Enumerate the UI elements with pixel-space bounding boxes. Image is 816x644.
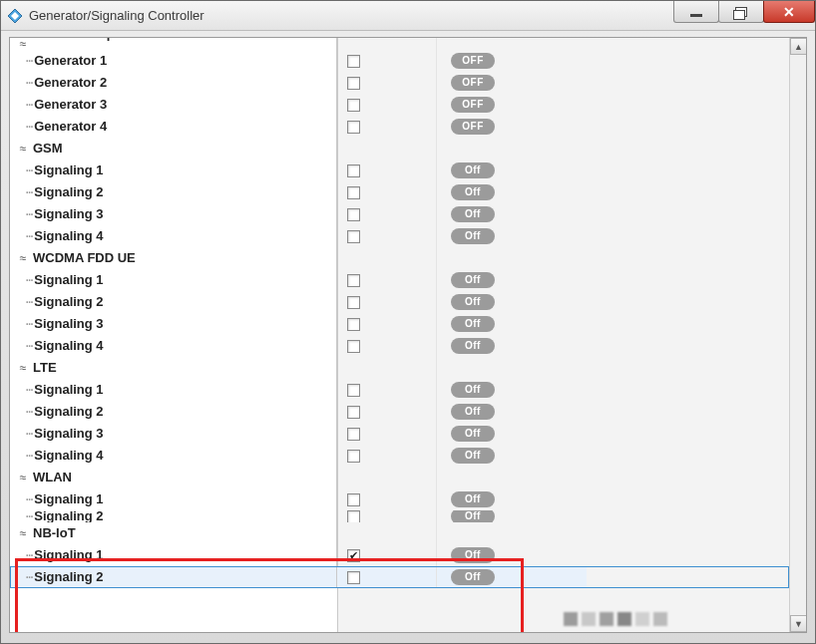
item-label: Signaling 1 [34, 269, 103, 291]
item-label: Signaling 2 [34, 401, 103, 423]
tree-item[interactable]: ⋯Generator 3OFF [10, 94, 789, 116]
wave-icon: ≈ [16, 39, 30, 49]
obscured-content [564, 612, 671, 626]
tree-item[interactable]: ⋯Signaling 4Off [10, 335, 789, 357]
status-pill[interactable]: Off [451, 448, 495, 464]
status-pill[interactable]: Off [451, 510, 495, 522]
tree-connector-icon: ⋯ [26, 510, 32, 522]
item-checkbox[interactable] [347, 296, 360, 309]
tree-item[interactable]: ⋯Generator 4OFF [10, 116, 789, 138]
item-label: Signaling 1 [34, 544, 103, 566]
item-checkbox[interactable] [347, 121, 360, 134]
wave-icon: ≈ [16, 363, 30, 373]
tree-item[interactable]: ⋯Signaling 3Off [10, 313, 789, 335]
item-checkbox[interactable] [347, 186, 360, 199]
tree-item[interactable]: ⋯Signaling 1Off [10, 379, 789, 401]
item-checkbox[interactable] [347, 384, 360, 397]
tree-item[interactable]: ⋯Signaling 1✔Off [10, 544, 789, 566]
status-pill[interactable]: Off [451, 547, 495, 563]
close-button[interactable]: ✕ [763, 1, 815, 23]
tree-item[interactable]: ⋯Generator 1OFF [10, 50, 789, 72]
status-pill[interactable]: Off [451, 294, 495, 310]
status-pill[interactable]: Off [451, 382, 495, 398]
item-checkbox[interactable] [347, 510, 360, 522]
item-label: Signaling 3 [34, 203, 103, 225]
tree-item[interactable]: ⋯Signaling 4Off [10, 445, 789, 467]
status-pill[interactable]: Off [451, 162, 495, 178]
maximize-button[interactable] [718, 1, 764, 23]
tree-item[interactable]: ⋯Signaling 3Off [10, 203, 789, 225]
tree-item[interactable]: ⋯Signaling 4Off [10, 225, 789, 247]
tree-item[interactable]: ⋯Signaling 3Off [10, 423, 789, 445]
item-checkbox[interactable] [347, 571, 360, 584]
tree-connector-icon: ⋯ [26, 379, 32, 401]
item-checkbox[interactable] [347, 274, 360, 287]
item-label: Signaling 1 [34, 488, 103, 510]
item-checkbox[interactable] [347, 318, 360, 331]
item-label: Signaling 4 [34, 225, 103, 247]
item-label: Signaling 1 [34, 379, 103, 401]
item-checkbox[interactable] [347, 55, 360, 68]
status-pill[interactable]: Off [451, 426, 495, 442]
titlebar[interactable]: Generator/Signaling Controller ✕ [1, 1, 815, 31]
wave-icon: ≈ [16, 144, 30, 154]
wave-icon: ≈ [16, 473, 30, 483]
tree-item[interactable]: ⋯Generator 2OFF [10, 72, 789, 94]
status-pill[interactable]: Off [451, 206, 495, 222]
item-checkbox[interactable] [347, 428, 360, 441]
tree-connector-icon: ⋯ [26, 269, 32, 291]
minimize-button[interactable] [673, 1, 719, 23]
item-checkbox[interactable] [347, 230, 360, 243]
status-pill[interactable]: Off [451, 316, 495, 332]
status-pill[interactable]: Off [451, 228, 495, 244]
scroll-down-button[interactable]: ▼ [790, 615, 807, 632]
tree-item[interactable]: ⋯Signaling 1Off [10, 160, 789, 181]
item-checkbox[interactable] [347, 406, 360, 419]
status-pill[interactable]: Off [451, 491, 495, 507]
item-label: Signaling 2 [34, 181, 103, 203]
scroll-up-button[interactable]: ▲ [790, 38, 807, 55]
status-pill[interactable]: Off [451, 184, 495, 200]
tree-connector-icon: ⋯ [26, 94, 32, 116]
tree-connector-icon: ⋯ [26, 203, 32, 225]
tree-group[interactable]: ≈GSM [10, 138, 789, 160]
tree-connector-icon: ⋯ [26, 445, 32, 467]
item-checkbox[interactable]: ✔ [347, 549, 360, 562]
item-checkbox[interactable] [347, 99, 360, 112]
vertical-scrollbar[interactable]: ▲ ▼ [789, 38, 806, 632]
tree-group[interactable]: ≈NB-IoT [10, 522, 789, 544]
tree-group[interactable]: ≈WLAN [10, 467, 789, 488]
item-label: Signaling 2 [34, 566, 103, 588]
item-checkbox[interactable] [347, 164, 360, 177]
tree-item[interactable]: ⋯Signaling 2Off [10, 401, 789, 423]
app-window: Generator/Signaling Controller ✕ ≈Genera… [0, 0, 816, 644]
tree-group[interactable]: ≈General Purpose RF [10, 38, 789, 50]
item-checkbox[interactable] [347, 493, 360, 506]
status-pill[interactable]: OFF [451, 119, 495, 135]
status-pill[interactable]: OFF [451, 53, 495, 69]
status-pill[interactable]: Off [451, 404, 495, 420]
status-pill[interactable]: OFF [451, 75, 495, 91]
status-pill[interactable]: Off [451, 272, 495, 288]
tree-item[interactable]: ⋯Signaling 2Off [10, 510, 789, 522]
tree-item[interactable]: ⋯Signaling 1Off [10, 488, 789, 510]
item-label: Generator 4 [34, 116, 107, 138]
tree-group[interactable]: ≈LTE [10, 357, 789, 379]
group-label: WCDMA FDD UE [33, 247, 136, 269]
tree-connector-icon: ⋯ [26, 181, 32, 203]
tree-item[interactable]: ⋯Signaling 2Off [10, 566, 789, 588]
item-checkbox[interactable] [347, 450, 360, 463]
tree-connector-icon: ⋯ [26, 488, 32, 510]
status-pill[interactable]: Off [451, 569, 495, 585]
tree-item[interactable]: ⋯Signaling 1Off [10, 269, 789, 291]
status-pill[interactable]: OFF [451, 97, 495, 113]
tree-connector-icon: ⋯ [26, 160, 32, 181]
item-checkbox[interactable] [347, 340, 360, 353]
item-checkbox[interactable] [347, 208, 360, 221]
tree-group[interactable]: ≈WCDMA FDD UE [10, 247, 789, 269]
tree-item[interactable]: ⋯Signaling 2Off [10, 291, 789, 313]
tree-item[interactable]: ⋯Signaling 2Off [10, 181, 789, 203]
item-checkbox[interactable] [347, 77, 360, 90]
tree-connector-icon: ⋯ [26, 313, 32, 335]
status-pill[interactable]: Off [451, 338, 495, 354]
